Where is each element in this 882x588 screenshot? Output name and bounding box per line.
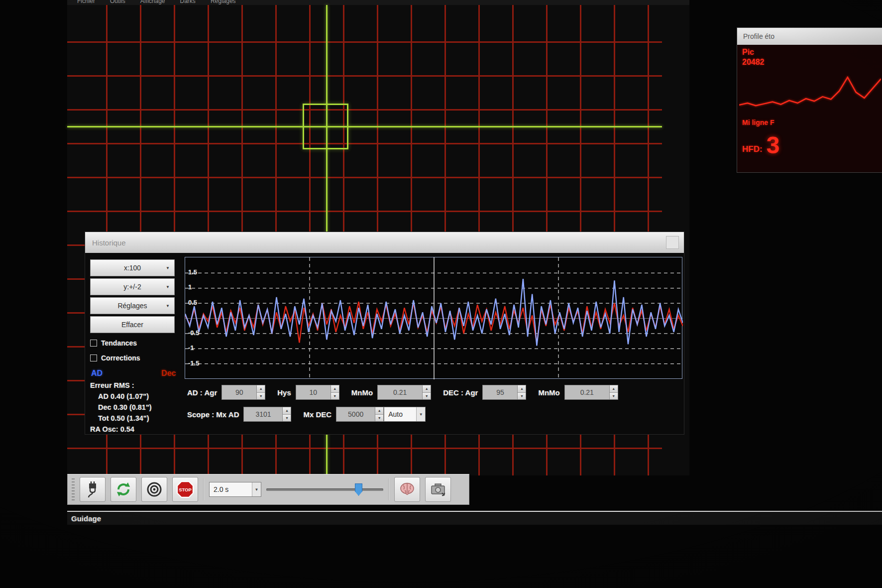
checkbox[interactable]	[90, 354, 97, 361]
guide-button[interactable]	[141, 477, 167, 502]
spin-down-icon[interactable]: ▼	[610, 393, 618, 400]
menu-item-fichier[interactable]: Fichier	[77, 0, 95, 5]
menu-item-affichage[interactable]: Affichage	[140, 0, 165, 5]
y-scale-button[interactable]: y:+/-2 ▼	[90, 278, 175, 295]
peak-label: Pic	[742, 48, 754, 57]
auto-select[interactable]: Auto▼	[384, 407, 426, 422]
target-icon	[146, 481, 163, 498]
hys-input[interactable]: 10▲▼	[296, 385, 339, 400]
auto-group: Auto▼	[384, 407, 426, 422]
profile-window-body: Pic 20482 Mi ligne F HFD: 3	[737, 45, 882, 172]
chevron-down-icon: ▼	[252, 482, 261, 496]
menu-item-darks[interactable]: Darks	[180, 0, 196, 5]
parameter-row-1: AD : Agr90▲▼Hys10▲▼MnMo0.21▲▼DEC : Agr95…	[187, 384, 682, 400]
spin-down-icon[interactable]: ▼	[331, 393, 339, 400]
spin-down-icon[interactable]: ▼	[283, 415, 291, 422]
spinner-buttons[interactable]: ▲▼	[517, 385, 526, 399]
connect-equipment-button[interactable]	[80, 477, 106, 502]
mx-dec-input[interactable]: 5000▲▼	[336, 407, 384, 422]
menu-item-outils[interactable]: Outils	[110, 0, 125, 5]
hfd-readout: HFD: 3	[742, 133, 779, 157]
spinner-buttons[interactable]: ▲▼	[609, 385, 618, 399]
input-value: 95	[483, 385, 517, 399]
star-profile-window: Profile éto Pic 20482 Mi ligne F HFD: 3	[737, 27, 882, 173]
ad-agr-label: AD : Agr	[187, 388, 217, 397]
toolbar-grip[interactable]	[72, 478, 75, 500]
input-value: 0.21	[378, 385, 422, 399]
parameter-row-2: Scope : Mx AD3101▲▼Mx DEC5000▲▼Auto▼	[187, 406, 682, 422]
hys-group: Hys10▲▼	[265, 385, 339, 400]
camera-settings-button[interactable]	[425, 477, 451, 502]
spin-down-icon[interactable]: ▼	[257, 393, 265, 400]
ad-agr-group: AD : Agr90▲▼	[187, 385, 265, 400]
x-scale-button[interactable]: x:100 ▼	[90, 259, 175, 276]
settings-button[interactable]: Réglages ▼	[90, 297, 175, 314]
input-value: 90	[222, 385, 256, 399]
spin-up-icon[interactable]: ▲	[375, 407, 383, 415]
hfd-label: HFD:	[742, 144, 763, 157]
rms-total: Tot 0.50 (1.34")	[90, 413, 175, 424]
input-value: 10	[296, 385, 331, 399]
display-gamma-slider[interactable]	[266, 480, 383, 498]
spin-down-icon[interactable]: ▼	[375, 415, 383, 422]
mnmo-label: MnMo	[538, 388, 559, 397]
hys-label: Hys	[277, 388, 291, 397]
hfd-value: 3	[767, 133, 780, 157]
corrections-checkbox-row[interactable]: Corrections	[90, 353, 175, 363]
chevron-down-icon: ▼	[166, 304, 170, 308]
history-window-title: Historique	[92, 238, 126, 247]
spinner-buttons[interactable]: ▲▼	[375, 407, 383, 421]
scope-mx-ad-input[interactable]: 3101▲▼	[243, 407, 291, 422]
input-value: 5000	[336, 407, 375, 421]
menu-bar: FichierOutilsAffichageDarksRéglages	[67, 0, 689, 5]
guiding-graph: 1.5 1 0.5 -0.5 -1 -1.5	[185, 257, 682, 379]
y-axis-tick: 1.5	[188, 268, 197, 276]
ad-agr-input[interactable]: 90▲▼	[221, 385, 265, 400]
spin-up-icon[interactable]: ▲	[423, 385, 431, 393]
peak-value: 20482	[742, 58, 765, 67]
clear-button[interactable]: Effacer	[90, 316, 175, 333]
star-profile-curve	[739, 73, 881, 109]
input-value: 3101	[244, 407, 282, 421]
spinner-buttons[interactable]: ▲▼	[256, 385, 265, 399]
mx-dec-label: Mx DEC	[303, 410, 331, 419]
status-bar: Guidage	[67, 512, 882, 525]
scope-mx-ad-group: Scope : Mx AD3101▲▼	[187, 407, 291, 422]
spin-up-icon[interactable]: ▲	[283, 407, 291, 415]
spin-down-icon[interactable]: ▼	[518, 393, 526, 400]
spinner-buttons[interactable]: ▲▼	[331, 385, 339, 399]
stop-button[interactable]: STOP	[172, 477, 198, 502]
spin-up-icon[interactable]: ▲	[331, 385, 339, 393]
trend-checkbox-row[interactable]: Tendances	[90, 338, 175, 348]
spin-up-icon[interactable]: ▲	[257, 385, 265, 393]
profile-window-titlebar[interactable]: Profile éto	[737, 28, 882, 45]
mnmo-input[interactable]: 0.21▲▼	[377, 385, 431, 400]
loop-exposures-button[interactable]	[110, 477, 136, 502]
y-axis-tick: -1	[188, 344, 194, 352]
spin-down-icon[interactable]: ▼	[423, 393, 431, 400]
spinner-buttons[interactable]: ▲▼	[282, 407, 291, 421]
spinner-buttons[interactable]: ▲▼	[422, 385, 431, 399]
spin-up-icon[interactable]: ▲	[518, 385, 526, 393]
ra-osc-value: RA Osc: 0.54	[90, 424, 175, 435]
menu-item-r-glages[interactable]: Réglages	[211, 0, 236, 5]
usb-plug-icon	[84, 481, 101, 498]
y-axis-tick: -1.5	[188, 359, 199, 367]
mnmo-label: MnMo	[351, 388, 373, 397]
select-value: Auto	[384, 410, 416, 418]
spin-up-icon[interactable]: ▲	[610, 385, 618, 393]
checkbox[interactable]	[90, 340, 97, 347]
rms-dec: Dec 0.30 (0.81")	[90, 402, 175, 413]
y-axis-tick: 1	[188, 283, 192, 291]
slider-thumb[interactable]	[355, 483, 362, 496]
exposure-select[interactable]: 2.0 s ▼	[209, 482, 261, 497]
brain-settings-button[interactable]	[394, 477, 420, 502]
history-window-titlebar[interactable]: Historique	[85, 232, 684, 253]
camera-wrench-icon	[430, 481, 446, 498]
rms-stats: Erreur RMS : AD 0.40 (1.07") Dec 0.30 (0…	[90, 380, 175, 435]
mnmo-input[interactable]: 0.21▲▼	[564, 385, 618, 400]
dec-agr-input[interactable]: 95▲▼	[482, 385, 526, 400]
rms-title: Erreur RMS :	[90, 380, 175, 391]
window-button[interactable]	[666, 236, 679, 249]
y-axis-tick: -0.5	[188, 329, 199, 337]
